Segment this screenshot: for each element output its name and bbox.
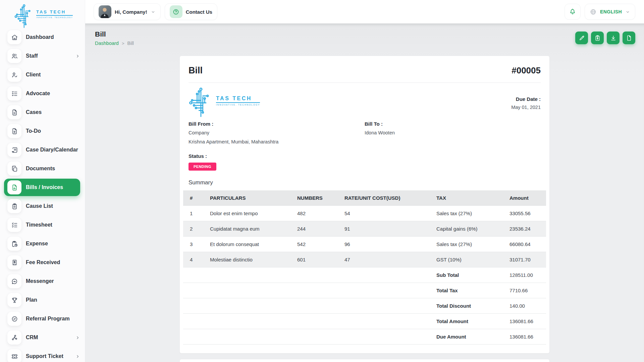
billing-button[interactable] [591, 32, 604, 44]
breadcrumb-link-dashboard[interactable]: Dashboard [95, 41, 119, 46]
sidebar-item-client[interactable]: Client [7, 68, 80, 82]
bell-icon [569, 8, 576, 15]
sidebar-item-cases[interactable]: Cases [7, 105, 80, 119]
total-label: Due Amount [430, 329, 503, 345]
table-cell: 482 [290, 206, 338, 221]
bill-from-name: Company [189, 130, 365, 135]
trophy-icon [7, 293, 21, 307]
sidebar-item-case-diary-calendar[interactable]: Case Diary/Calendar [7, 143, 80, 157]
sidebar: TAS TECH INNOVATIVE. TECHNOLOGY Dashboar… [0, 0, 85, 362]
list-check-icon [7, 86, 21, 101]
brand-tagline: INNOVATIVE. TECHNOLOGY [216, 104, 260, 106]
total-row: Total Amount136081.66 [183, 314, 546, 329]
sidebar-item-label: Timesheet [26, 222, 52, 228]
pencil-icon [579, 35, 585, 41]
sidebar-item-support-ticket[interactable]: Support Ticket [7, 349, 80, 362]
sidebar-item-bills-invoices[interactable]: Bills / Invoices [4, 179, 80, 196]
sidebar-item-dashboard[interactable]: Dashboard [7, 30, 80, 44]
sidebar-item-label: Staff [26, 53, 38, 59]
home-icon [7, 30, 21, 44]
bill-card-header: Bill #00005 [180, 56, 549, 82]
sidebar-item-plan[interactable]: Plan [7, 293, 80, 307]
table-cell: GST (10%) [430, 252, 503, 267]
content-area: Bill Dashboard>Bill Bill #00005 TAS TECH [85, 23, 644, 362]
total-spacer [183, 314, 430, 329]
clipboard-dollar-icon [594, 35, 601, 41]
table-cell: 66080.64 [503, 237, 546, 252]
sidebar-item-referral-program[interactable]: Referral Program [7, 312, 80, 326]
total-value: 128511.00 [503, 267, 546, 283]
sidebar-item-cause-list[interactable]: Cause List [7, 199, 80, 213]
language-selector[interactable]: ENGLISH [585, 4, 635, 20]
user-menu[interactable]: Hi, Company! [94, 3, 161, 20]
bill-to-name: Idona Wooten [365, 130, 541, 135]
sidebar-item-timesheet[interactable]: Timesheet [7, 218, 80, 232]
column-header: NUMBERS [290, 190, 338, 206]
sidebar-item-label: Messenger [26, 278, 54, 284]
sidebar-item-staff[interactable]: Staff [7, 49, 80, 63]
chevron-right-icon [75, 54, 80, 59]
chevron-right-icon [75, 335, 80, 340]
table-cell: 31071.70 [503, 252, 546, 267]
file-text-icon [7, 105, 21, 119]
sidebar-item-label: Advocate [26, 90, 50, 97]
clipboard-icon [7, 199, 21, 213]
sidebar-item-messenger[interactable]: Messenger [7, 274, 80, 288]
brand-logo-text: TAS TECH INNOVATIVE. TECHNOLOGY [216, 96, 260, 118]
receipt-dollar-icon [7, 255, 21, 269]
bill-to-label: Bill To : [365, 121, 541, 127]
due-date-label: Due Date : [511, 96, 541, 102]
table-cell: Sales tax (27%) [430, 237, 503, 252]
invoice-logo-row: TAS TECH INNOVATIVE. TECHNOLOGY Due Date… [180, 83, 549, 118]
contact-us-button[interactable]: Contact Us [165, 3, 217, 20]
language-label: ENGLISH [600, 9, 622, 14]
total-row: Total Tax7710.66 [183, 283, 546, 298]
user-check-icon [7, 68, 21, 82]
sidebar-nav: DashboardStaffClientAdvocateCasesTo-DoCa… [0, 30, 85, 362]
chevron-down-icon [625, 9, 630, 14]
table-cell: 54 [338, 206, 430, 221]
sidebar-item-to-do[interactable]: To-Do [7, 124, 80, 138]
sidebar-item-label: Fee Received [26, 259, 60, 265]
column-header: # [183, 190, 203, 206]
total-value: 140.00 [503, 298, 546, 314]
column-header: Amount [503, 190, 546, 206]
payments-card: Payments [180, 359, 549, 362]
empty-cell [183, 345, 546, 354]
summary-table: #PARTICULARSNUMBERSRATE/UNIT COST(USD)TA… [183, 190, 546, 353]
breadcrumb-current: Bill [127, 41, 134, 46]
page-header-left: Bill Dashboard>Bill [95, 30, 134, 46]
total-value: 136081.66 [503, 314, 546, 329]
document-button[interactable] [623, 32, 635, 44]
bill-to-block: Bill To : Idona Wooten [365, 121, 541, 144]
total-row: Due Amount136081.66 [183, 329, 546, 345]
sidebar-item-documents[interactable]: Documents [7, 162, 80, 176]
sidebar-item-crm[interactable]: CRM [7, 330, 80, 345]
page-header: Bill Dashboard>Bill [85, 23, 644, 46]
invoice-number: #00005 [512, 65, 541, 76]
file-plus-icon [7, 124, 21, 138]
table-cell: Molestiae distinctio [203, 252, 290, 267]
file-blank-icon [626, 35, 632, 41]
brand-tagline: INNOVATIVE. TECHNOLOGY [36, 16, 73, 18]
sidebar-item-advocate[interactable]: Advocate [7, 86, 80, 101]
chevron-down-icon [151, 9, 156, 14]
table-row: 1Dolor est enim tempo48254Sales tax (27%… [183, 206, 546, 221]
edit-button[interactable] [575, 32, 588, 44]
bill-parties: Bill From : Company Krishna Apartment, M… [180, 118, 549, 144]
message-icon [7, 274, 21, 288]
column-header: RATE/UNIT COST(USD) [338, 190, 430, 206]
bill-from-block: Bill From : Company Krishna Apartment, M… [189, 121, 365, 144]
sidebar-item-label: CRM [26, 335, 38, 341]
total-label: Sub Total [430, 267, 503, 283]
page-actions [575, 30, 635, 44]
sidebar-item-expense[interactable]: Expense [7, 237, 80, 251]
user-avatar [99, 5, 111, 18]
table-cell: Et dolorum consequat [203, 237, 290, 252]
sidebar-item-fee-received[interactable]: Fee Received [7, 255, 80, 269]
notifications-button[interactable] [565, 4, 581, 20]
brand-logo[interactable]: TAS TECH INNOVATIVE. TECHNOLOGY [0, 0, 85, 29]
ticket-icon [7, 349, 21, 362]
download-button[interactable] [607, 32, 620, 44]
table-cell: 1 [183, 206, 203, 221]
